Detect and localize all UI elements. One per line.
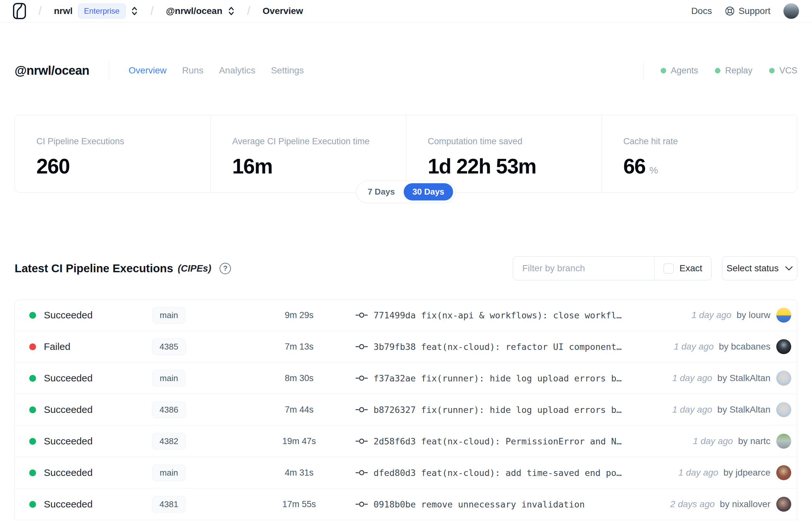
status-dot-icon (661, 68, 666, 73)
run-status-dot (29, 343, 36, 350)
enterprise-badge: Enterprise (78, 3, 126, 18)
commit-message: feat(nx-cloud): refactor UI component… (421, 342, 622, 352)
author: by lourw (734, 310, 770, 320)
status-dot-icon (715, 68, 720, 73)
git-commit-icon (356, 469, 368, 476)
git-commit-icon (356, 312, 368, 319)
commit-hash: b8726327 (373, 405, 416, 415)
divider (643, 61, 644, 79)
author: by StalkAltan (715, 404, 770, 415)
org-switcher[interactable]: nrwl Enterprise (54, 3, 138, 18)
branch-filter-group: Exact (513, 256, 711, 280)
status-label: Failed (44, 341, 138, 352)
run-status-dot (29, 375, 36, 382)
branch-badge: main (152, 307, 185, 324)
stat-ci-pipeline-executions: CI Pipeline Executions 260 (15, 115, 211, 192)
workspace-name: @nrwl/ocean (166, 6, 223, 16)
stat-cache-hit-rate: Cache hit rate 66% (601, 115, 797, 192)
author: by jdpearce (721, 467, 770, 478)
nx-cloud-logo-icon[interactable] (13, 3, 26, 19)
range-7-days[interactable]: 7 Days (359, 183, 404, 200)
tab-runs[interactable]: Runs (182, 65, 203, 76)
author: by nixallover (718, 499, 770, 509)
commit-hash: 3b79fb38 (373, 342, 416, 352)
run-status-dot (29, 406, 36, 413)
tab-settings[interactable]: Settings (271, 65, 304, 76)
git-commit-icon (356, 501, 368, 508)
commit-hash: 2d58f6d3 (373, 436, 416, 446)
status-label: Succeeded (44, 404, 138, 415)
commit-message: fix(runner): hide log upload errors b… (421, 405, 622, 415)
chevron-updown-icon[interactable] (131, 5, 138, 17)
status-dot-icon (769, 68, 775, 73)
help-icon[interactable]: ? (219, 263, 231, 274)
workspace-switcher[interactable]: @nrwl/ocean (166, 5, 235, 17)
cipe-row[interactable]: Succeeded main 4m 31s dfed80d3 feat(nx-c… (15, 457, 797, 489)
commit-hash: 771499da (373, 310, 416, 320)
git-commit-icon (356, 438, 368, 445)
exact-checkbox[interactable] (663, 264, 674, 273)
cipe-row[interactable]: Succeeded 4382 19m 47s 2d58f6d3 feat(nx-… (15, 425, 797, 457)
cipe-section-header: Latest CI Pipeline Executions (CIPEs) ? … (15, 256, 797, 280)
status-label: Succeeded (44, 373, 138, 384)
duration: 8m 30s (247, 373, 351, 384)
commit-message: fix(nx-api & workflows): close workfl… (421, 310, 622, 320)
commit-hash: 0918b0be (373, 499, 416, 509)
feature-vcs[interactable]: VCS (769, 65, 797, 76)
run-status-dot (29, 438, 36, 445)
duration: 19m 47s (247, 436, 351, 446)
docs-link[interactable]: Docs (691, 6, 712, 16)
duration: 7m 44s (247, 405, 351, 415)
exact-label: Exact (679, 263, 702, 273)
author: by StalkAltan (715, 373, 770, 383)
commit-message: fix(runner): hide log upload errors b… (421, 373, 622, 384)
branch-badge: main (152, 370, 185, 387)
author-avatar (776, 371, 791, 386)
feature-replay[interactable]: Replay (715, 65, 752, 76)
author-avatar (776, 402, 791, 417)
branch-badge: 4381 (152, 496, 186, 513)
duration: 17m 55s (247, 499, 351, 509)
cipe-row[interactable]: Succeeded main 9m 29s 771499da fix(nx-ap… (15, 300, 797, 331)
cipe-row[interactable]: Succeeded 4381 17m 55s 0918b0be remove u… (15, 489, 797, 520)
git-commit-icon (356, 343, 368, 350)
tab-overview[interactable]: Overview (128, 65, 167, 76)
breadcrumb-separator: / (38, 4, 42, 18)
breadcrumb-separator: / (247, 4, 250, 18)
support-link[interactable]: Support (725, 6, 770, 16)
breadcrumb-separator: / (150, 4, 154, 18)
workspace-tabs: Overview Runs Analytics Settings (128, 65, 304, 76)
duration: 4m 31s (247, 468, 351, 478)
chevron-updown-icon[interactable] (228, 5, 235, 17)
time-ago: 1 day ago (672, 404, 712, 415)
branch-filter-input[interactable] (513, 257, 654, 280)
cipe-title: Latest CI Pipeline Executions (15, 262, 173, 275)
branch-badge: 4385 (152, 339, 186, 355)
user-avatar[interactable] (783, 3, 799, 19)
cipe-row[interactable]: Succeeded main 8m 30s f37a32ae fix(runne… (15, 363, 797, 394)
status-label: Succeeded (44, 467, 138, 478)
cipe-title-abbr: (CIPEs) (178, 263, 211, 274)
range-30-days[interactable]: 30 Days (404, 183, 453, 200)
branch-badge: 4386 (152, 402, 186, 418)
branch-badge: main (152, 465, 185, 481)
time-ago: 1 day ago (691, 310, 732, 320)
tab-analytics[interactable]: Analytics (219, 65, 255, 76)
org-name: nrwl (54, 6, 73, 16)
chevron-down-icon (785, 266, 793, 271)
author-avatar (776, 497, 791, 512)
cipe-row[interactable]: Failed 4385 7m 13s 3b79fb38 feat(nx-clou… (15, 331, 797, 363)
time-ago: 1 day ago (678, 467, 718, 478)
git-commit-icon (356, 375, 368, 382)
commit-hash: f37a32ae (373, 373, 416, 384)
author: by nartc (736, 436, 770, 446)
run-status-dot (29, 501, 36, 508)
feature-agents[interactable]: Agents (661, 65, 698, 76)
duration: 7m 13s (247, 342, 351, 352)
page-title: @nrwl/ocean (15, 64, 89, 78)
workspace-header: @nrwl/ocean Overview Runs Analytics Sett… (0, 61, 812, 80)
cipe-row[interactable]: Succeeded 4386 7m 44s b8726327 fix(runne… (15, 394, 797, 425)
time-ago: 1 day ago (693, 436, 733, 446)
select-status-dropdown[interactable]: Select status (722, 256, 797, 280)
commit-message: feat(nx-cloud): add time-saved end po… (421, 468, 622, 478)
